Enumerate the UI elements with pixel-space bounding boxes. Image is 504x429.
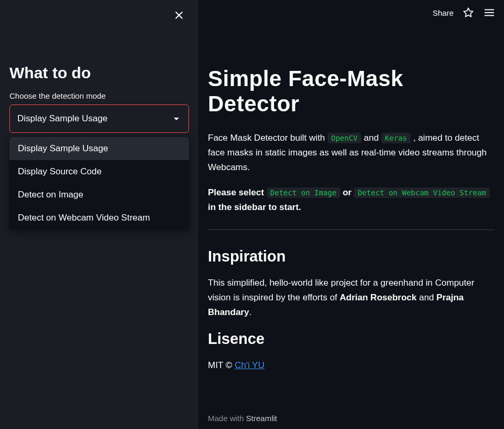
license-author-link[interactable]: Ch'i YU [235,360,265,370]
license-prefix: MIT © [208,360,235,370]
menu-button[interactable] [483,6,496,19]
code-keras: Keras [381,133,411,143]
select-label: Choose the detection mode [9,91,189,100]
inspiration-paragraph: This simplified, hello-world like projec… [208,276,495,320]
sidebar: What to do Choose the detection mode Dis… [0,0,198,429]
prompt-or: or [340,187,354,197]
mode-dropdown: Display Sample Usage Display Source Code… [9,137,189,229]
code-opencv: OpenCV [328,133,362,143]
prompt-prefix: Please select [208,187,267,197]
inspiration-period: . [249,307,251,317]
inspiration-heading: Inspiration [208,248,495,265]
close-sidebar-button[interactable] [171,7,187,23]
option-display-source-code[interactable]: Display Source Code [9,160,189,183]
intro-paragraph: Face Mask Detector built with OpenCV and… [208,131,495,175]
page-title: Simple Face-Mask Detector [208,66,495,117]
author-rosebrock: Adrian Rosebrock [340,292,416,302]
divider [208,229,495,230]
inspiration-and: and [416,292,436,302]
star-icon [463,7,474,18]
code-detect-image: Detect on Image [267,187,340,198]
star-button[interactable] [462,6,475,19]
svg-marker-2 [464,8,472,17]
option-detect-on-image[interactable]: Detect on Image [9,183,189,206]
footer: Made with Streamlit [208,414,277,423]
main-area: Share Simple Face-Mask Detector Face Mas… [198,0,504,429]
mode-select[interactable]: Display Sample Usage [9,104,189,133]
close-icon [174,10,184,20]
intro-and: and [361,133,381,143]
topbar: Share [433,6,496,19]
footer-prefix: Made with [208,414,246,423]
license-paragraph: MIT © Ch'i YU [208,358,495,373]
prompt-suffix: in the sidebar to start. [208,202,301,212]
license-heading: Lisence [208,330,495,348]
code-detect-webcam: Detect on Webcam Video Stream [354,187,489,198]
footer-brand: Streamlit [246,414,277,423]
option-detect-on-webcam[interactable]: Detect on Webcam Video Stream [9,206,189,229]
select-prompt-paragraph: Please select Detect on Image or Detect … [208,185,495,215]
mode-select-value: Display Sample Usage [17,113,108,124]
menu-icon [484,7,495,18]
chevron-down-icon [174,118,179,120]
option-display-sample-usage[interactable]: Display Sample Usage [9,137,189,160]
intro-text: Face Mask Detector built with [208,133,328,143]
share-button[interactable]: Share [433,8,454,17]
sidebar-title: What to do [9,64,189,82]
